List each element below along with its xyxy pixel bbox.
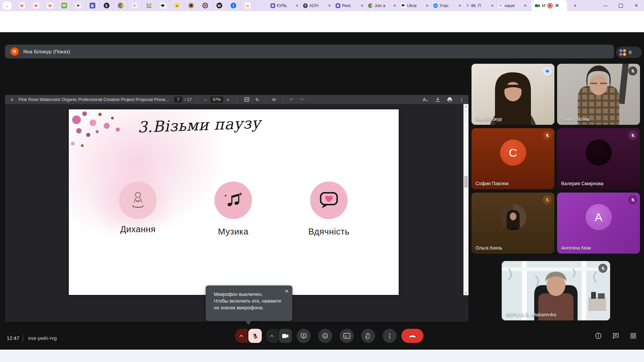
camera-toggle-button[interactable] <box>279 329 292 343</box>
scroll-up-icon[interactable]: ▲ <box>463 104 468 109</box>
scroll-down-icon[interactable]: ▼ <box>463 291 468 295</box>
download-icon[interactable] <box>433 97 443 102</box>
pdf-page-input[interactable]: 7 <box>174 97 182 103</box>
tooltip-close-icon[interactable]: ✕ <box>284 288 290 294</box>
pinned-tab-dots[interactable] <box>142 0 156 11</box>
graduation-cap-icon <box>160 3 166 8</box>
slide-item-label: Музика <box>196 226 270 237</box>
pinned-tab-gmail[interactable]: M <box>15 0 29 11</box>
redo-icon[interactable]: ↷ <box>297 97 307 102</box>
annotate-pen-icon[interactable] <box>269 97 280 102</box>
new-tab-button[interactable]: + <box>571 2 579 10</box>
participant-tile-valeria[interactable]: Валерия Смирнова <box>557 128 640 189</box>
captions-button[interactable]: CC <box>340 329 354 343</box>
tab-close-icon[interactable]: ✕ <box>328 3 331 8</box>
pinned-tab-flower[interactable] <box>113 0 128 11</box>
mic-toggle-button[interactable] <box>248 329 262 343</box>
window-close-button[interactable]: ✕ <box>629 0 644 11</box>
add-text-icon[interactable]: A₊ <box>420 97 431 102</box>
pinned-tab-graduation[interactable] <box>156 0 170 11</box>
tab-close-icon[interactable]: ✕ <box>360 3 364 8</box>
tab-close-icon[interactable]: ✕ <box>393 3 396 8</box>
activities-grid-button[interactable] <box>629 331 638 340</box>
tab-search-button[interactable]: ⌄ <box>3 2 11 10</box>
present-button[interactable] <box>297 329 311 343</box>
fit-page-icon[interactable] <box>242 97 252 102</box>
scrollbar-thumb[interactable] <box>464 176 468 188</box>
rotate-icon[interactable]: ↻ <box>252 97 262 102</box>
tooltip-line: на значок микрофона. <box>214 305 264 310</box>
tab-rees[interactable]: ▤ Реес ✕ <box>334 0 366 11</box>
participants-count-badge[interactable]: S В Я Я 8 <box>616 47 642 58</box>
meeting-details-button[interactable] <box>594 331 603 340</box>
video-feed <box>472 64 554 125</box>
tab-close-icon[interactable]: ✕ <box>491 3 494 8</box>
pinned-tab-mail[interactable]: ✉ <box>57 0 71 11</box>
participant-tile-olga[interactable]: Ольга Князь <box>472 193 554 254</box>
tab-acfr[interactable]: S ACFr ✕ <box>301 0 334 11</box>
participant-name: Яна Білокур <box>476 116 502 122</box>
pdf-scrollbar[interactable]: ▲ ▼ <box>463 104 468 295</box>
tab-label: Учас <box>440 3 456 8</box>
tab-join[interactable]: Join a ✕ <box>366 0 399 11</box>
mic-options-button[interactable] <box>235 329 248 343</box>
google-g-icon: G <box>498 3 503 8</box>
mic-muted-icon <box>628 131 637 140</box>
chat-icon <box>612 332 620 340</box>
tab-close-icon[interactable]: ✕ <box>555 2 559 9</box>
more-options-button[interactable]: ⋮ <box>383 329 397 343</box>
tab-close-icon[interactable]: ✕ <box>524 3 527 8</box>
tab-ukrai[interactable]: Ukrai ✕ <box>399 0 431 11</box>
tab-close-icon[interactable]: ✕ <box>295 3 299 8</box>
pinned-tab-s[interactable]: S <box>99 0 114 11</box>
pinned-tab-facebook[interactable]: f <box>226 0 241 11</box>
pinned-tab-gmail[interactable]: M <box>43 0 57 11</box>
tab-nashe[interactable]: G наше ✕ <box>496 0 529 11</box>
pdf-menu-icon[interactable]: ≡ <box>5 97 18 102</box>
tab-66p[interactable]: ❄ 66. П ✕ <box>464 0 496 11</box>
tab-kul[interactable]: ▤ КУЛЬ ✕ <box>268 0 301 11</box>
raise-hand-button[interactable] <box>361 329 375 343</box>
window-maximize-button[interactable] <box>613 0 629 11</box>
tab-meet-active[interactable]: M ✕ <box>532 0 567 11</box>
slide-item-label: Дихання <box>101 224 175 235</box>
meet-camera-icon <box>535 4 540 8</box>
participant-tile-sspu[interactable]: SSPU A.S. Makarenko <box>502 261 610 320</box>
participant-tile-yana[interactable]: Яна Білокур <box>472 64 554 125</box>
pinned-tab-target[interactable] <box>198 0 212 11</box>
zoom-out-button[interactable]: − <box>202 97 209 102</box>
divider <box>237 97 237 102</box>
tab-close-icon[interactable]: ✕ <box>426 3 429 8</box>
undo-icon[interactable]: ↶ <box>287 97 297 102</box>
camera-options-button[interactable] <box>266 329 278 343</box>
window-minimize-button[interactable]: — <box>598 0 613 11</box>
pinned-tab-emblem[interactable] <box>184 0 198 11</box>
tab-uchas[interactable]: zm Учас ✕ <box>431 0 464 11</box>
s-dark-icon: S <box>104 3 109 8</box>
pinned-tab-app[interactable]: ▦ <box>85 0 100 11</box>
pdf-more-icon[interactable]: ⋮ <box>457 97 466 102</box>
speaking-indicator-icon <box>543 66 552 75</box>
pinned-tab-feather[interactable]: ➴ <box>128 0 142 11</box>
grid-icon <box>630 332 637 339</box>
participant-name: Ганна Латіна <box>561 116 589 122</box>
pinned-tab-cursor[interactable]: ➤ <box>71 0 86 11</box>
participant-tile-sofia[interactable]: C София Павлюк <box>472 128 554 189</box>
tab-close-icon[interactable]: ✕ <box>458 3 461 8</box>
pinned-tab-gmail[interactable]: M <box>29 0 43 11</box>
pinned-tab-w[interactable]: W <box>212 0 227 11</box>
pinned-tab-pin[interactable]: ● <box>170 0 184 11</box>
pinned-tab-moodle[interactable]: m <box>240 0 255 11</box>
chat-button[interactable] <box>611 331 620 340</box>
print-icon[interactable] <box>445 97 455 102</box>
mic-off-icon <box>252 333 258 339</box>
zoom-in-button[interactable]: + <box>225 97 232 102</box>
participant-name: SSPU A.S. Makarenko <box>506 312 556 317</box>
divider <box>197 97 197 102</box>
end-call-button[interactable] <box>401 329 424 343</box>
slide-item-label: Вдячність <box>292 226 366 237</box>
participant-tile-hanna[interactable]: Ганна Латіна <box>557 64 640 125</box>
pdf-zoom-level[interactable]: 57% <box>210 97 223 103</box>
reactions-button[interactable] <box>318 329 332 343</box>
participant-tile-angelina[interactable]: A Ангеліна Квак <box>557 193 640 254</box>
